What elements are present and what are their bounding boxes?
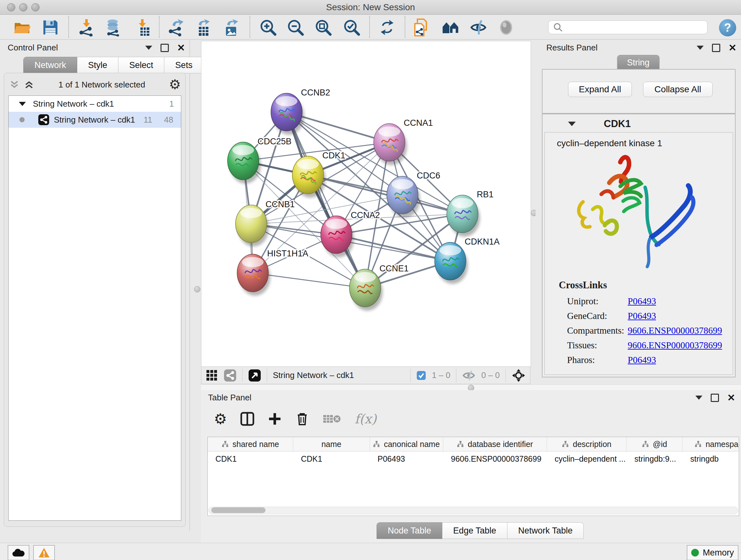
network-row[interactable]: String Network – cdk1 11 48 xyxy=(9,112,181,128)
scrollbar-thumb[interactable] xyxy=(211,507,266,513)
memory-button[interactable]: Memory xyxy=(687,545,738,560)
warnings-button[interactable] xyxy=(33,545,55,560)
table-row[interactable]: CDK1CDK1P064939606.ENSP00000378699cyclin… xyxy=(208,451,739,466)
network-node-cdc6[interactable]: CDC6 xyxy=(387,171,441,218)
zoom-selected-button[interactable] xyxy=(342,18,361,37)
tab-select[interactable]: Select xyxy=(118,57,164,73)
table-cell[interactable]: cyclin–dependent ... xyxy=(547,454,627,463)
network-view-canvas[interactable]: CCNB2CCNA1CDC25BCDK1CDC6RB1CCNB1CCNA2CDK… xyxy=(201,41,531,367)
control-panel-title: Control Panel xyxy=(8,43,58,53)
table-cell[interactable]: P06493 xyxy=(370,454,443,463)
network-node-cdc25b[interactable]: CDC25B xyxy=(227,137,292,184)
import-network-from-database-button[interactable] xyxy=(104,18,123,37)
refresh-button[interactable] xyxy=(378,18,396,37)
import-table-button[interactable] xyxy=(133,18,151,37)
open-session-button[interactable] xyxy=(13,18,31,37)
network-edge[interactable] xyxy=(286,112,365,288)
show-details-button[interactable] xyxy=(497,18,515,37)
entry-expander-icon[interactable] xyxy=(568,122,576,126)
selected-nodes-checkbox[interactable] xyxy=(416,371,426,380)
fit-selected-icon[interactable] xyxy=(512,368,526,382)
crosslink-link[interactable]: P06493 xyxy=(628,311,656,321)
close-panel-icon[interactable]: ✕ xyxy=(729,45,737,51)
float-panel-icon[interactable] xyxy=(711,394,719,402)
hide-details-button[interactable] xyxy=(469,18,488,37)
column-header-canonical-name[interactable]: canonical name xyxy=(370,437,443,451)
crosslink-link[interactable]: 9606.ENSP00000378699 xyxy=(628,340,722,351)
network-view-title: String Network – cdk1 xyxy=(273,370,405,380)
export-image-button[interactable] xyxy=(222,18,240,37)
network-node-cdkn1a[interactable]: CDKN1A xyxy=(434,237,500,284)
table-cell[interactable]: CDK1 xyxy=(293,454,370,463)
network-graph[interactable]: CCNB2CCNA1CDC25BCDK1CDC6RB1CCNB1CCNA2CDK… xyxy=(201,41,530,366)
save-session-button[interactable] xyxy=(41,18,60,37)
column-header-namespace[interactable]: namespace xyxy=(683,437,739,451)
network-options-gear-icon[interactable]: ⚙ xyxy=(169,78,181,91)
tab-sets[interactable]: Sets xyxy=(164,57,204,73)
column-header-name[interactable]: name xyxy=(293,437,370,451)
crosslink-link[interactable]: P06493 xyxy=(628,296,656,307)
collapse-all-icon[interactable] xyxy=(9,79,20,90)
collapse-all-button[interactable]: Collapse All xyxy=(643,82,713,97)
protein-entry-header[interactable]: CDK1 xyxy=(544,116,733,132)
delete-column-icon[interactable] xyxy=(295,412,309,426)
column-header-description[interactable]: description xyxy=(547,437,627,451)
cloud-button[interactable] xyxy=(8,545,29,560)
float-panel-icon[interactable] xyxy=(712,44,720,52)
network-node-hist1h1a[interactable]: HIST1H1A xyxy=(237,249,308,296)
table-cell[interactable]: CDK1 xyxy=(208,454,293,463)
close-panel-icon[interactable]: ✕ xyxy=(177,45,185,51)
zoom-out-button[interactable] xyxy=(286,18,305,37)
column-header--id[interactable]: @id xyxy=(627,437,683,451)
tab-string[interactable]: String xyxy=(617,55,660,70)
add-column-icon[interactable] xyxy=(268,412,282,426)
collapse-panel-icon[interactable] xyxy=(145,46,152,50)
tab-style[interactable]: Style xyxy=(77,57,118,73)
expand-all-icon[interactable] xyxy=(23,79,35,90)
tab-network-table[interactable]: Network Table xyxy=(508,522,584,539)
network-node-ccnb1[interactable]: CCNB1 xyxy=(235,199,295,246)
zoom-in-button[interactable] xyxy=(259,18,277,37)
collapse-panel-icon[interactable] xyxy=(697,46,704,50)
search-input[interactable] xyxy=(564,22,707,33)
network-collection-row[interactable]: String Network – cdk1 1 xyxy=(9,96,181,112)
hidden-elements-icon[interactable] xyxy=(462,370,475,381)
table-settings-icon[interactable]: ⚙ xyxy=(214,412,227,426)
first-neighbors-button[interactable] xyxy=(413,18,431,37)
table-cell[interactable]: stringdb xyxy=(683,454,739,463)
crosslink-link[interactable]: P06493 xyxy=(628,355,656,365)
table-cell[interactable]: 9606.ENSP00000378699 xyxy=(443,454,547,463)
zoom-fit-button[interactable] xyxy=(314,18,333,37)
import-network-button[interactable] xyxy=(77,18,96,37)
splitter-handle[interactable] xyxy=(194,286,200,293)
crosslink-label: Uniprot: xyxy=(567,296,628,307)
grid-view-icon[interactable] xyxy=(206,369,218,381)
export-network-button[interactable] xyxy=(166,18,185,37)
column-header-database-identifier[interactable]: database identifier xyxy=(443,437,547,451)
collection-expander-icon[interactable] xyxy=(19,102,26,106)
collapse-panel-icon[interactable] xyxy=(695,395,702,400)
split-view-icon[interactable] xyxy=(240,412,254,426)
network-node-ccnb2[interactable]: CCNB2 xyxy=(271,88,330,135)
export-table-button[interactable] xyxy=(194,18,212,37)
tab-node-table[interactable]: Node Table xyxy=(377,522,442,539)
birdseye-view-icon[interactable] xyxy=(248,369,261,382)
network-node-ccne1[interactable]: CCNE1 xyxy=(349,264,409,311)
table-cell[interactable]: stringdb:9... xyxy=(627,454,683,463)
column-header-shared-name[interactable]: shared name xyxy=(208,437,293,451)
close-panel-icon[interactable]: ✕ xyxy=(727,395,735,401)
float-panel-icon[interactable] xyxy=(160,44,169,52)
network-node-cdk1[interactable]: CDK1 xyxy=(292,151,345,198)
network-edge[interactable] xyxy=(308,175,462,214)
crosslink-link[interactable]: 9606.ENSP00000378699 xyxy=(628,325,722,336)
network-list-icon[interactable] xyxy=(224,369,237,382)
network-node-rb1[interactable]: RB1 xyxy=(447,190,494,237)
crosslink-row: Uniprot:P06493 xyxy=(567,294,726,308)
tab-network[interactable]: Network xyxy=(23,57,77,73)
show-graphics-details-button[interactable] xyxy=(441,18,460,37)
network-node-ccna1[interactable]: CCNA1 xyxy=(374,118,433,165)
tab-edge-table[interactable]: Edge Table xyxy=(442,522,508,539)
expand-all-button[interactable]: Expand All xyxy=(568,82,632,97)
help-button[interactable]: ? xyxy=(719,19,736,37)
horizontal-scrollbar[interactable] xyxy=(208,507,738,514)
